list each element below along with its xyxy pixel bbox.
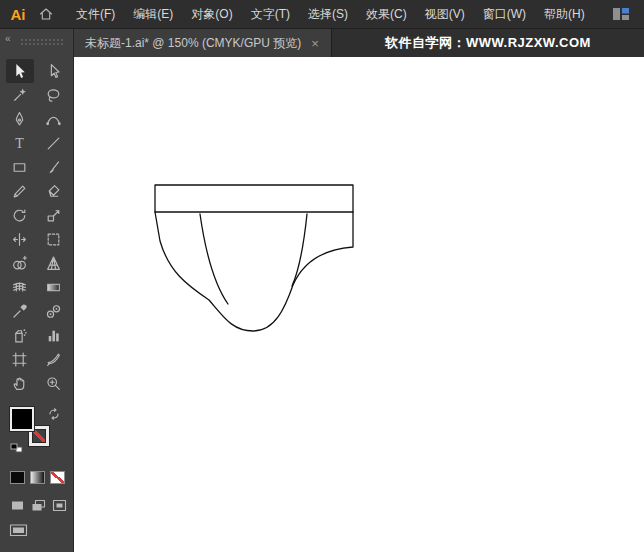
paintbrush-tool[interactable] xyxy=(40,155,68,179)
eyedropper-icon xyxy=(11,303,28,320)
screen-mode-button[interactable] xyxy=(9,523,31,542)
perspective-grid-icon xyxy=(45,255,62,272)
line-segment-tool[interactable] xyxy=(40,131,68,155)
color-mode-buttons xyxy=(10,471,73,484)
svg-text:T: T xyxy=(15,136,24,151)
document-tab-title: 未标题-1.ai* @ 150% (CMYK/GPU 预览) xyxy=(85,35,301,52)
selection-tool[interactable] xyxy=(6,59,34,83)
type-icon: T xyxy=(11,135,28,152)
pen-tool[interactable] xyxy=(6,107,34,131)
menu-object[interactable]: 对象(O) xyxy=(182,0,241,28)
lasso-icon xyxy=(45,87,62,104)
mesh-tool[interactable] xyxy=(6,275,34,299)
color-button[interactable] xyxy=(10,471,25,484)
menu-select[interactable]: 选择(S) xyxy=(299,0,357,28)
draw-inside-icon xyxy=(52,499,67,512)
pen-icon xyxy=(11,111,28,128)
home-button[interactable] xyxy=(31,0,61,28)
shape-builder-icon xyxy=(11,255,28,272)
shape-builder-tool[interactable] xyxy=(6,251,34,275)
briefs-body-shape xyxy=(155,212,353,331)
briefs-right-seam xyxy=(292,214,307,286)
symbol-sprayer-icon xyxy=(11,327,28,344)
panel-drag-grip[interactable] xyxy=(20,38,65,47)
free-transform-icon xyxy=(45,231,62,248)
magic-wand-tool[interactable] xyxy=(6,83,34,107)
rectangle-icon xyxy=(11,159,28,176)
zoom-icon xyxy=(45,375,62,392)
draw-inside-button[interactable] xyxy=(51,498,68,513)
watermark-text: 软件自学网：WWW.RJZXW.COM xyxy=(332,29,644,57)
tab-close-icon[interactable]: × xyxy=(311,37,319,50)
width-tool[interactable] xyxy=(6,227,34,251)
lasso-tool[interactable] xyxy=(40,83,68,107)
document-canvas[interactable] xyxy=(74,57,644,552)
menu-type[interactable]: 文字(T) xyxy=(242,0,299,28)
slice-tool[interactable] xyxy=(40,347,68,371)
gradient-button[interactable] xyxy=(30,471,45,484)
zoom-tool[interactable] xyxy=(40,371,68,395)
color-swatch-area xyxy=(10,407,58,455)
rotate-tool[interactable] xyxy=(6,203,34,227)
draw-normal-icon xyxy=(10,499,25,512)
menu-effect[interactable]: 效果(C) xyxy=(357,0,416,28)
draw-behind-icon xyxy=(31,499,46,512)
eraser-tool[interactable] xyxy=(40,179,68,203)
symbol-sprayer-tool[interactable] xyxy=(6,323,34,347)
gradient-tool[interactable] xyxy=(40,275,68,299)
rectangle-tool[interactable] xyxy=(6,155,34,179)
document-tab[interactable]: 未标题-1.ai* @ 150% (CMYK/GPU 预览) × xyxy=(73,29,332,57)
scale-tool[interactable] xyxy=(40,203,68,227)
direct-selection-tool[interactable] xyxy=(40,59,68,83)
artboard-icon xyxy=(11,351,28,368)
briefs-waistband-shape xyxy=(155,185,353,212)
draw-normal-button[interactable] xyxy=(9,498,26,513)
drawing-mode-buttons xyxy=(9,498,73,513)
pencil-icon xyxy=(11,183,28,200)
pencil-tool[interactable] xyxy=(6,179,34,203)
slice-icon xyxy=(45,351,62,368)
curvature-icon xyxy=(45,111,62,128)
magic-wand-icon xyxy=(11,87,28,104)
briefs-left-seam xyxy=(200,214,228,304)
menu-view[interactable]: 视图(V) xyxy=(416,0,474,28)
collapse-panel-icon[interactable]: « xyxy=(5,33,11,44)
tools-panel-header: « xyxy=(0,29,73,55)
type-tool[interactable]: T xyxy=(6,131,34,155)
tools-panel: « xyxy=(0,29,74,552)
artboard-tool[interactable] xyxy=(6,347,34,371)
briefs-artwork xyxy=(74,57,644,552)
workspace-switcher-button[interactable] xyxy=(612,7,630,21)
menu-edit[interactable]: 编辑(E) xyxy=(124,0,182,28)
hand-tool[interactable] xyxy=(6,371,34,395)
menu-window[interactable]: 窗口(W) xyxy=(474,0,535,28)
scale-icon xyxy=(45,207,62,224)
free-transform-tool[interactable] xyxy=(40,227,68,251)
fill-color-swatch[interactable] xyxy=(10,407,34,431)
menu-bar: Ai 文件(F) 编辑(E) 对象(O) 文字(T) 选择(S) 效果(C) 视… xyxy=(0,0,644,29)
curvature-tool[interactable] xyxy=(40,107,68,131)
tool-grid: T xyxy=(0,59,73,395)
blend-tool[interactable] xyxy=(40,299,68,323)
gradient-icon xyxy=(45,279,62,296)
mesh-icon xyxy=(11,279,28,296)
home-icon xyxy=(38,6,54,22)
default-colors-icon[interactable] xyxy=(10,443,23,454)
menu-items: 文件(F) 编辑(E) 对象(O) 文字(T) 选择(S) 效果(C) 视图(V… xyxy=(67,0,594,28)
column-graph-icon xyxy=(45,327,62,344)
none-button[interactable] xyxy=(50,471,65,484)
menu-file[interactable]: 文件(F) xyxy=(67,0,124,28)
illustrator-logo: Ai xyxy=(5,6,31,23)
blend-icon xyxy=(45,303,62,320)
menu-help[interactable]: 帮助(H) xyxy=(535,0,594,28)
paintbrush-icon xyxy=(45,159,62,176)
swap-colors-icon[interactable] xyxy=(48,408,60,420)
rotate-icon xyxy=(11,207,28,224)
document-tab-bar: 未标题-1.ai* @ 150% (CMYK/GPU 预览) × 软件自学网：W… xyxy=(73,29,644,57)
column-graph-tool[interactable] xyxy=(40,323,68,347)
perspective-grid-tool[interactable] xyxy=(40,251,68,275)
hand-icon xyxy=(11,375,28,392)
eyedropper-tool[interactable] xyxy=(6,299,34,323)
draw-behind-button[interactable] xyxy=(30,498,47,513)
width-icon xyxy=(11,231,28,248)
